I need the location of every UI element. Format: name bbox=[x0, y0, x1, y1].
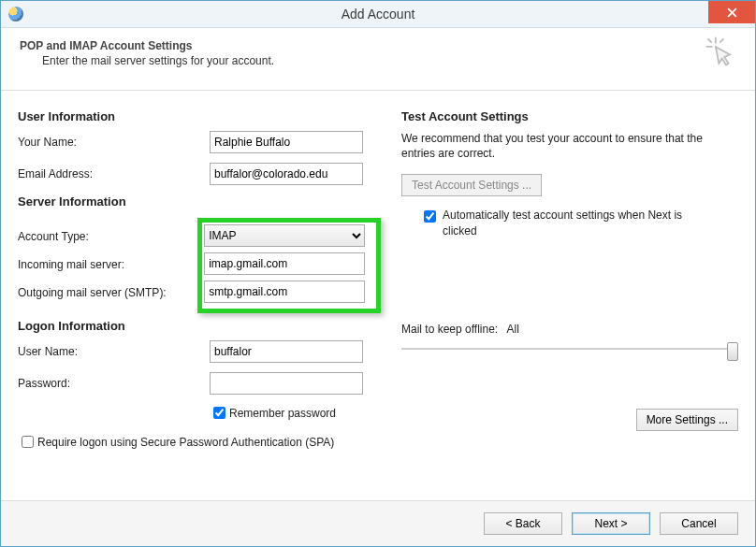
app-icon bbox=[8, 7, 23, 22]
section-server-info: Server Information bbox=[18, 194, 386, 209]
dialog-body: User Information Your Name: Email Addres… bbox=[1, 91, 755, 453]
label-password: Password: bbox=[18, 377, 210, 390]
right-column: Test Account Settings We recommend that … bbox=[401, 104, 738, 453]
test-account-button[interactable]: Test Account Settings ... bbox=[401, 174, 542, 196]
password-input[interactable] bbox=[210, 372, 363, 395]
user-name-input[interactable] bbox=[210, 340, 363, 363]
label-email: Email Address: bbox=[18, 167, 210, 180]
svg-line-4 bbox=[707, 38, 711, 42]
label-user-name: User Name: bbox=[18, 345, 210, 358]
mail-keep-value: All bbox=[507, 323, 519, 336]
label-spa[interactable]: Require logon using Secure Password Auth… bbox=[37, 436, 334, 449]
mail-keep-label: Mail to keep offline: All bbox=[401, 323, 738, 336]
outgoing-server-input[interactable] bbox=[204, 281, 365, 303]
label-incoming: Incoming mail server: bbox=[18, 253, 203, 276]
server-highlight: IMAP bbox=[197, 218, 381, 313]
label-remember-password[interactable]: Remember password bbox=[229, 407, 336, 420]
header-subtitle: Enter the mail server settings for your … bbox=[42, 54, 274, 67]
titlebar: Add Account bbox=[1, 1, 755, 28]
incoming-server-input[interactable] bbox=[204, 252, 365, 275]
email-input[interactable] bbox=[210, 163, 363, 185]
cursor-icon bbox=[705, 36, 736, 67]
back-button[interactable]: < Back bbox=[484, 512, 562, 535]
spa-checkbox[interactable] bbox=[22, 436, 34, 448]
label-account-type: Account Type: bbox=[18, 225, 203, 248]
test-recommend-text: We recommend that you test your account … bbox=[401, 131, 738, 161]
mail-keep-slider[interactable] bbox=[401, 341, 738, 356]
dialog-footer: < Back Next > Cancel bbox=[1, 500, 755, 546]
close-icon bbox=[727, 7, 737, 18]
section-user-info: User Information bbox=[18, 109, 386, 123]
close-button[interactable] bbox=[708, 1, 755, 23]
left-column: User Information Your Name: Email Addres… bbox=[18, 104, 401, 453]
more-settings-button[interactable]: More Settings ... bbox=[636, 409, 738, 431]
account-type-select[interactable]: IMAP bbox=[204, 224, 365, 247]
label-auto-test[interactable]: Automatically test account settings when… bbox=[443, 208, 705, 238]
remember-password-checkbox[interactable] bbox=[213, 407, 225, 419]
auto-test-checkbox[interactable] bbox=[424, 210, 436, 223]
add-account-dialog: Add Account POP and IMAP Account Setting… bbox=[0, 0, 756, 547]
section-logon-info: Logon Information bbox=[18, 319, 386, 333]
label-outgoing: Outgoing mail server (SMTP): bbox=[18, 281, 203, 304]
svg-line-5 bbox=[720, 38, 723, 42]
wizard-header: POP and IMAP Account Settings Enter the … bbox=[1, 28, 755, 91]
your-name-input[interactable] bbox=[210, 131, 363, 153]
section-test-settings: Test Account Settings bbox=[401, 109, 738, 123]
slider-thumb[interactable] bbox=[727, 342, 738, 361]
window-title: Add Account bbox=[1, 1, 755, 27]
next-button[interactable]: Next > bbox=[572, 512, 650, 535]
header-title: POP and IMAP Account Settings bbox=[20, 39, 274, 52]
label-your-name: Your Name: bbox=[18, 136, 210, 149]
cancel-button[interactable]: Cancel bbox=[660, 512, 738, 535]
